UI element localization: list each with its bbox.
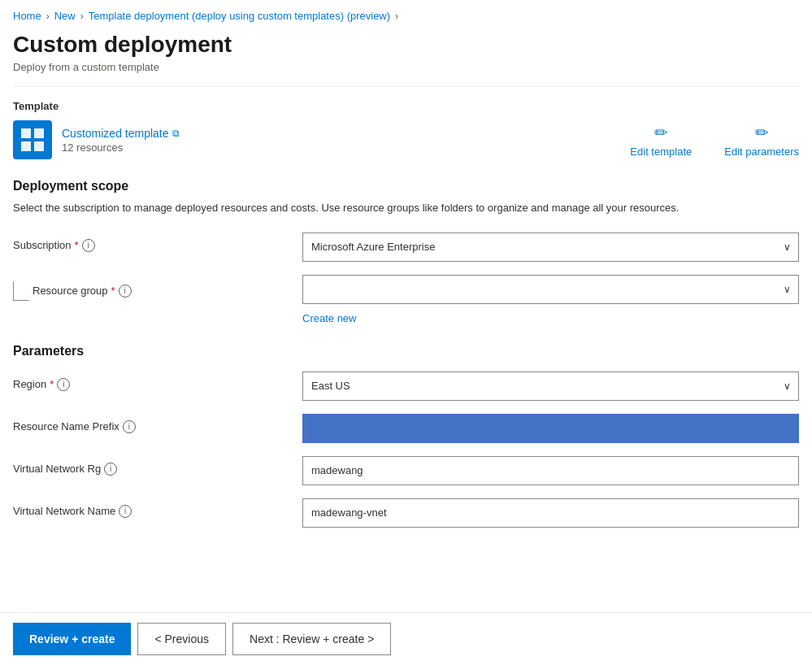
template-resources: 12 resources xyxy=(62,141,180,154)
resource-group-control: ∨ xyxy=(302,275,799,304)
resource-name-prefix-control xyxy=(302,414,799,443)
breadcrumb: Home › New › Template deployment (deploy… xyxy=(0,0,812,28)
template-grid-icon xyxy=(20,127,46,153)
edit-template-button[interactable]: ✏ Edit template xyxy=(630,123,692,158)
region-row: Region * i East USWest USWest EuropeEast… xyxy=(13,372,799,401)
subscription-label: Subscription * i xyxy=(13,233,289,252)
deployment-scope-description: Select the subscription to manage deploy… xyxy=(13,200,799,216)
virtual-network-name-info-icon[interactable]: i xyxy=(119,505,132,518)
resource-group-row: Resource group * i ∨ xyxy=(13,275,799,304)
resource-group-select-wrapper: ∨ xyxy=(302,275,799,304)
region-label: Region * i xyxy=(13,372,289,391)
subscription-info-icon[interactable]: i xyxy=(82,239,95,252)
previous-button[interactable]: < Previous xyxy=(137,623,226,655)
tree-connector xyxy=(13,281,29,301)
resource-group-label: Resource group xyxy=(33,285,108,297)
parameters-title: Parameters xyxy=(13,344,799,359)
region-select-wrapper: East USWest USWest EuropeEast Asia ∨ xyxy=(302,372,799,401)
virtual-network-name-control xyxy=(302,498,799,528)
template-left: Customized template ⧉ 12 resources xyxy=(13,120,180,159)
svg-rect-0 xyxy=(21,128,31,138)
page-header: Custom deployment Deploy from a custom t… xyxy=(0,28,812,86)
deployment-scope-section: Deployment scope Select the subscription… xyxy=(13,179,799,324)
template-section: Template Customized template ⧉ xyxy=(13,100,799,159)
review-create-button[interactable]: Review + create xyxy=(13,623,131,655)
resource-name-prefix-input[interactable] xyxy=(302,414,799,443)
edit-parameters-label: Edit parameters xyxy=(724,146,799,158)
subscription-required: * xyxy=(75,239,79,251)
virtual-network-rg-row: Virtual Network Rg i xyxy=(13,456,799,485)
resource-name-prefix-label: Resource Name Prefix i xyxy=(13,414,289,433)
create-new-row: Create new xyxy=(13,307,799,324)
region-control: East USWest USWest EuropeEast Asia ∨ xyxy=(302,372,799,401)
virtual-network-rg-control xyxy=(302,456,799,485)
edit-template-icon: ✏ xyxy=(654,123,668,142)
virtual-network-rg-info-icon[interactable]: i xyxy=(104,463,117,476)
parameters-section: Parameters Region * i East USWest USWest… xyxy=(13,344,799,528)
resource-name-prefix-info-icon[interactable]: i xyxy=(123,420,136,433)
breadcrumb-home[interactable]: Home xyxy=(13,10,41,22)
deployment-scope-title: Deployment scope xyxy=(13,179,799,193)
page-subtitle: Deploy from a custom template xyxy=(13,61,799,73)
subscription-control: Microsoft Azure Enterprise ∨ xyxy=(302,233,799,262)
svg-rect-3 xyxy=(34,141,44,151)
resource-group-info-icon[interactable]: i xyxy=(119,285,132,298)
breadcrumb-new[interactable]: New xyxy=(54,10,76,22)
template-card: Customized template ⧉ 12 resources ✏ Edi… xyxy=(13,120,799,159)
virtual-network-name-input[interactable] xyxy=(302,498,799,528)
resource-group-required: * xyxy=(111,285,115,297)
template-actions: ✏ Edit template ✏ Edit parameters xyxy=(630,123,799,158)
template-info: Customized template ⧉ 12 resources xyxy=(62,127,180,154)
template-section-label: Template xyxy=(13,100,799,112)
edit-template-label: Edit template xyxy=(630,146,692,158)
virtual-network-name-row: Virtual Network Name i xyxy=(13,498,799,528)
edit-parameters-button[interactable]: ✏ Edit parameters xyxy=(724,123,799,158)
subscription-select-wrapper: Microsoft Azure Enterprise ∨ xyxy=(302,233,799,262)
svg-rect-2 xyxy=(21,141,31,151)
region-select[interactable]: East USWest USWest EuropeEast Asia xyxy=(302,372,799,401)
template-icon xyxy=(13,120,52,159)
page-title: Custom deployment xyxy=(13,32,799,58)
resource-group-label-container: Resource group * i xyxy=(13,275,289,301)
edit-parameters-icon: ✏ xyxy=(755,123,769,142)
breadcrumb-template-deployment[interactable]: Template deployment (deploy using custom… xyxy=(89,10,390,22)
resource-group-select[interactable] xyxy=(302,275,799,304)
region-required: * xyxy=(50,378,54,390)
rg-tree: Resource group * i xyxy=(13,281,132,301)
resource-name-prefix-row: Resource Name Prefix i xyxy=(13,414,799,443)
subscription-row: Subscription * i Microsoft Azure Enterpr… xyxy=(13,233,799,262)
subscription-select[interactable]: Microsoft Azure Enterprise xyxy=(302,233,799,262)
create-new-link[interactable]: Create new xyxy=(302,312,356,324)
external-link-icon: ⧉ xyxy=(172,128,180,139)
svg-rect-1 xyxy=(34,128,44,138)
virtual-network-rg-label: Virtual Network Rg i xyxy=(13,456,289,476)
virtual-network-rg-input[interactable] xyxy=(302,456,799,485)
main-content: Template Customized template ⧉ xyxy=(0,87,812,606)
template-name-link[interactable]: Customized template ⧉ xyxy=(62,127,180,140)
virtual-network-name-label: Virtual Network Name i xyxy=(13,498,289,518)
footer: Review + create < Previous Next : Review… xyxy=(0,612,812,665)
next-button[interactable]: Next : Review + create > xyxy=(232,623,391,655)
region-info-icon[interactable]: i xyxy=(57,378,70,391)
